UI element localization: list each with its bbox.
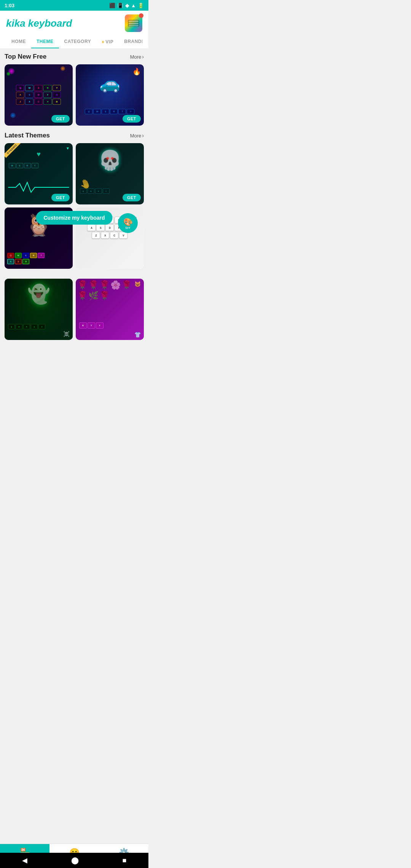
- latest-themes-more[interactable]: More ›: [130, 132, 144, 139]
- latest-themes-grid: DYNAMIC ▼ W E R T ♥: [5, 143, 144, 269]
- theme-card-ghost[interactable]: 👻 q w e a s ☠️: [5, 279, 73, 340]
- top-new-free-title: Top New Free: [5, 53, 46, 61]
- header: kika keyboard: [0, 11, 148, 48]
- heartbeat-line: [5, 182, 73, 193]
- cat-icon: 🐱: [134, 281, 141, 287]
- theme-card-heartbeat[interactable]: DYNAMIC ▼ W E R T ♥: [5, 143, 73, 204]
- chevron-right-icon: ›: [142, 54, 144, 60]
- top-new-free-header: Top New Free More ›: [5, 53, 144, 61]
- svg-rect-2: [129, 21, 139, 22]
- chevron-right-icon-2: ›: [142, 132, 144, 139]
- theme-card-skull[interactable]: 💀 🤚 q w e r GET: [76, 143, 144, 204]
- palette-icon: 🎨: [123, 217, 133, 227]
- top-new-free-more[interactable]: More ›: [130, 54, 144, 60]
- get-button-neon[interactable]: GET: [51, 115, 70, 123]
- tshirt-icon: 👕: [134, 332, 141, 338]
- get-button-car[interactable]: GET: [123, 115, 141, 123]
- customize-tooltip[interactable]: Customize my keyboard: [36, 211, 112, 225]
- dropdown-icon: ▼: [66, 146, 70, 150]
- status-bar: 1:03 ⬛ 📳 ◆ ▲ 🔋: [0, 0, 148, 11]
- tab-home[interactable]: HOME: [6, 36, 31, 48]
- heart-icon: ♥: [37, 150, 41, 158]
- battery-icon: 🔋: [138, 3, 144, 8]
- nav-tabs: HOME THEME CATEGORY ♦ VIP BRANDED: [6, 36, 142, 48]
- app-title: kika keyboard: [6, 18, 72, 29]
- tab-category[interactable]: CATEGORY: [59, 36, 97, 48]
- skull-small-icon: ☠️: [63, 331, 70, 337]
- time-display: 1:03: [5, 3, 14, 8]
- skull-icon: 💀: [98, 149, 122, 171]
- latest-themes-title: Latest Themes: [5, 132, 50, 139]
- status-icons: ⬛ 📳 ◆ ▲ 🔋: [109, 3, 144, 8]
- vibrate-icon: 📳: [117, 3, 123, 8]
- avatar[interactable]: [125, 14, 142, 32]
- theme-card-car[interactable]: 🚗 Q W E R T Y 🔥 GET: [76, 64, 144, 126]
- main-content: Top New Free More › Q W E R T: [0, 48, 148, 389]
- tab-vip[interactable]: ♦ VIP: [96, 36, 119, 48]
- get-button-skull[interactable]: GET: [123, 194, 141, 201]
- svg-rect-4: [129, 25, 139, 26]
- latest-themes-grid-row3: 👻 q w e a s ☠️ 🌹 �: [5, 279, 144, 340]
- theme-card-neon[interactable]: Q W E R T A S D F G Z X: [5, 64, 73, 126]
- tab-theme[interactable]: THEME: [31, 36, 59, 48]
- fire-icon: 🔥: [132, 67, 141, 76]
- svg-rect-3: [129, 23, 139, 24]
- tab-branded[interactable]: BRANDED: [119, 36, 142, 48]
- wifi-icon: ▲: [131, 3, 136, 8]
- theme-card-roses[interactable]: 🌹 🌹 🌹 🌸 🌹 🌹 🌿 🌹 R T Y: [76, 279, 144, 340]
- get-button-heartbeat[interactable]: GET: [51, 194, 70, 201]
- cast-icon: ⬛: [109, 3, 115, 8]
- top-new-free-grid: Q W E R T A S D F G Z X: [5, 64, 144, 126]
- notification-dot: [139, 13, 143, 18]
- signal-icon: ◆: [125, 3, 129, 8]
- latest-themes-header: Latest Themes More ›: [5, 132, 144, 139]
- diy-button[interactable]: 🎨 DIY: [118, 213, 138, 233]
- vip-diamond-icon: ♦: [102, 39, 104, 45]
- dynamic-badge: DYNAMIC: [5, 143, 24, 162]
